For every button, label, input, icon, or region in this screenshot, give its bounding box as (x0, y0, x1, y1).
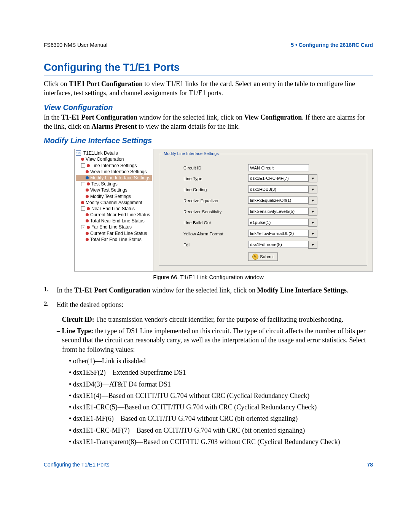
header-right: 5 • Configuring the 2616RC Card (291, 42, 373, 48)
list-item: – Line Type: the type of DS1 Line implem… (57, 326, 373, 446)
form-row: Fdl ▼ (164, 241, 362, 249)
header-left: FS6300 NMS User Manual (44, 42, 107, 48)
rx-equalizer-select[interactable] (248, 197, 308, 204)
chevron-down-icon[interactable]: ▼ (308, 185, 317, 193)
step-number: 2. (44, 300, 57, 309)
list-item: • dsx1ESF(2)—Extended Superframe DS1 (69, 368, 373, 377)
form-row: Line Build Out ▼ (164, 219, 362, 227)
chevron-down-icon[interactable]: ▼ (308, 230, 317, 238)
form-label: Line Coding (164, 187, 248, 192)
bullet-icon (86, 219, 89, 222)
list-item: • dsx1E1-MF(6)—Based on CCIT/ITU G.704 w… (69, 414, 373, 423)
section-rule (44, 75, 373, 75)
footer-left: Configuring the T1/E1 Ports (44, 462, 110, 468)
intro-paragraph: Click on T1E1 Port Configuration to view… (44, 79, 373, 98)
tree-item[interactable]: Current Far End Line Status (76, 230, 152, 236)
form-label: Line Build Out (164, 220, 248, 225)
yellow-alarm-select[interactable] (248, 230, 308, 237)
submit-icon: ✎ (252, 254, 258, 260)
view-config-paragraph: In the T1-E1 Port Configuration window f… (44, 113, 373, 131)
expand-icon[interactable]: - (81, 225, 85, 229)
figure-screenshot: T1E1Link Details View Configuration -Lin… (74, 149, 373, 272)
form-row: Receiver Sensitivity ▼ (164, 208, 362, 216)
chevron-down-icon[interactable]: ▼ (308, 208, 317, 216)
expand-icon[interactable]: - (81, 163, 85, 168)
form-label: Circuit ID (164, 166, 248, 170)
form-label: Receive Equalizer (164, 198, 248, 203)
form-label: Fdl (164, 243, 248, 247)
form-label: Line Type (164, 176, 248, 181)
bullet-icon (86, 238, 89, 241)
tree-root[interactable]: T1E1Link Details (76, 150, 152, 156)
bullet-icon (87, 182, 90, 185)
tree-item-selected[interactable]: Modify Line Interface Settings (76, 175, 152, 181)
option-list: – Circuit ID: The transmission vendor's … (44, 315, 373, 447)
form-row: Yellow Alarm Format ▼ (164, 230, 362, 238)
line-buildout-select[interactable] (248, 219, 308, 226)
line-type-select[interactable] (248, 174, 308, 182)
bullet-icon (86, 232, 89, 235)
page-header: FS6300 NMS User Manual 5 • Configuring t… (44, 42, 373, 48)
list-item: – Circuit ID: The transmission vendor's … (57, 315, 373, 324)
form-row: Receive Equalizer ▼ (164, 197, 362, 204)
bullet-icon (86, 213, 89, 216)
form-panel: Modify Line Interface Settings Circuit I… (153, 149, 373, 272)
tree-item[interactable]: View Test Settings (76, 187, 152, 193)
bullet-icon (87, 226, 90, 229)
tree-item[interactable]: Modify Test Settings (76, 193, 152, 200)
tree-item[interactable]: View Line Interface Settings (76, 169, 152, 175)
section-title: Configuring the T1/E1 Ports (44, 62, 373, 73)
list-item: • other(1)—Link is disabled (69, 356, 373, 366)
tree-item[interactable]: View Configuration (76, 156, 152, 162)
form-row: Circuit ID (164, 164, 362, 171)
tree-item[interactable]: Current Near End Line Status (76, 212, 152, 218)
fieldset: Modify Line Interface Settings Circuit I… (159, 154, 367, 266)
page-number: 78 (367, 462, 373, 468)
submit-button[interactable]: ✎ Submit (248, 252, 278, 261)
bullet-icon (81, 201, 84, 204)
bullet-icon (86, 195, 89, 198)
tree-item[interactable]: -Test Settings (76, 181, 152, 187)
chevron-down-icon[interactable]: ▼ (308, 219, 317, 227)
value-list: • other(1)—Link is disabled • dsx1ESF(2)… (62, 356, 373, 446)
fieldset-legend: Modify Line Interface Settings (162, 151, 220, 156)
list-item: • dsx1E1(4)—Based on CCITT/ITU G.704 wit… (69, 391, 373, 400)
list-item: • dsx1D4(3)—AT&T D4 format DS1 (69, 380, 373, 389)
tree-item[interactable]: Total Far End Line Status (76, 236, 152, 243)
doc-icon (76, 150, 81, 156)
expand-icon[interactable]: - (81, 206, 85, 211)
list-item: • dsx1E1-Transparent(8)—Based on CCIT/IT… (69, 437, 373, 446)
form-row: Line Type ▼ (164, 174, 362, 182)
bullet-icon (87, 164, 90, 167)
list-item: • dsx1E1-CRC(5)—Based on CCITT/ITU G.704… (69, 403, 373, 412)
chevron-down-icon[interactable]: ▼ (308, 174, 317, 182)
step-number: 1. (44, 286, 57, 295)
bullet-icon (81, 158, 84, 161)
tree-item[interactable]: -Far End Line Status (76, 224, 152, 230)
bullet-icon (86, 189, 89, 192)
expand-icon[interactable]: - (81, 182, 85, 186)
form-row: Line Coding ▼ (164, 185, 362, 193)
page-footer: Configuring the T1/E1 Ports 78 (44, 462, 373, 468)
tree-item[interactable]: Total Near End Line Status (76, 218, 152, 224)
steps-list: 1. In the T1-E1 Port Configuration windo… (44, 286, 373, 310)
circuit-id-input[interactable] (248, 164, 309, 171)
bullet-icon (86, 176, 89, 179)
tree-panel: T1E1Link Details View Configuration -Lin… (74, 149, 153, 272)
figure-caption: Figure 66. T1/E1 Link Configuration wind… (44, 274, 373, 280)
bullet-icon (87, 207, 90, 210)
chevron-down-icon[interactable]: ▼ (308, 241, 317, 249)
tree-item[interactable]: Modify Channel Assignment (76, 200, 152, 206)
modify-lis-heading: Modify Line Interface Settings (44, 136, 373, 145)
form-label: Yellow Alarm Format (164, 232, 248, 236)
fdl-select[interactable] (248, 241, 308, 248)
view-config-heading: View Configuration (44, 103, 373, 112)
chevron-down-icon[interactable]: ▼ (308, 197, 317, 204)
tree-item[interactable]: -Near End Line Status (76, 206, 152, 212)
form-label: Receiver Sensitivity (164, 209, 248, 214)
list-item: • dsx1E1-CRC-MF(7)—Based on CCIT/ITU G.7… (69, 426, 373, 435)
rx-sensitivity-select[interactable] (248, 208, 308, 215)
bullet-icon (86, 170, 89, 173)
line-coding-select[interactable] (248, 185, 308, 193)
tree-item[interactable]: -Line Interface Settings (76, 163, 152, 169)
